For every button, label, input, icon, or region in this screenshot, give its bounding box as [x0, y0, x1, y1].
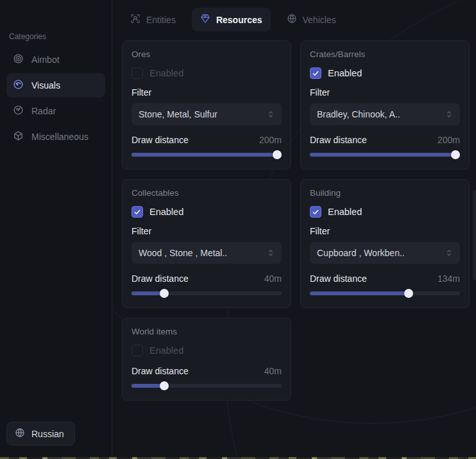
filter-label: Filter [310, 226, 460, 236]
sidebar: Categories Aimbot Visuals [0, 0, 112, 457]
enabled-label: Enabled [149, 207, 183, 217]
tab-entities[interactable]: Entities [122, 8, 184, 31]
filter-label: Filter [132, 226, 282, 236]
enabled-label: Enabled [149, 68, 183, 78]
filter-label: Filter [132, 87, 282, 98]
filter-select-value: Wood , Stone , Metal.. [139, 248, 227, 258]
tab-resources[interactable]: Resources [192, 8, 271, 31]
cards-grid: Ores Enabled Filter Stone, Metal, Sulfur… [122, 40, 476, 401]
resources-icon [200, 13, 210, 26]
radar-icon [13, 105, 24, 117]
slider-thumb[interactable] [160, 381, 169, 390]
card-title: Ores [132, 49, 282, 59]
draw-distance-label: Draw distance [310, 273, 367, 284]
enabled-checkbox-row[interactable]: Enabled [132, 67, 282, 79]
card-building: Building Enabled Filter Cupboard , Workb… [300, 179, 470, 308]
target-icon [13, 53, 24, 66]
slider-thumb[interactable] [451, 150, 460, 159]
draw-distance-label: Draw distance [132, 135, 189, 145]
categories-label: Categories [9, 32, 105, 41]
cutoff-card-sliver [473, 190, 476, 280]
slider-thumb[interactable] [160, 289, 169, 298]
card-title: Collectables [132, 188, 282, 198]
filter-select-value: Bradley, Chinook, A.. [317, 109, 400, 119]
sidebar-item-label: Radar [31, 106, 56, 116]
chevron-up-down-icon [267, 249, 275, 257]
draw-distance-slider[interactable] [132, 150, 282, 159]
draw-distance-slider[interactable] [132, 289, 282, 298]
enabled-checkbox-row[interactable]: Enabled [132, 345, 282, 356]
slider-thumb[interactable] [404, 289, 413, 298]
slider-fill [132, 384, 162, 388]
tab-label: Vehicles [303, 15, 336, 25]
sidebar-item-radar[interactable]: Radar [6, 99, 105, 123]
card-collectables: Collectables Enabled Filter Wood , Stone… [122, 179, 291, 308]
main-panel: Entities Resources Vehicles [112, 0, 476, 457]
chevron-up-down-icon [445, 249, 453, 257]
tab-label: Resources [216, 15, 262, 25]
checkbox [132, 67, 143, 79]
sidebar-item-label: Miscellaneous [31, 132, 89, 142]
checkbox [132, 206, 143, 218]
language-button-label: Russian [31, 429, 64, 439]
enabled-checkbox-row[interactable]: Enabled [310, 67, 460, 79]
tab-vehicles[interactable]: Vehicles [278, 8, 344, 31]
card-world-items: World items Enabled Draw distance 40m [122, 318, 291, 401]
sidebar-item-aimbot[interactable]: Aimbot [6, 48, 105, 72]
filter-select-value: Stone, Metal, Sulfur [139, 109, 217, 119]
slider-fill [132, 291, 162, 295]
sidebar-item-label: Visuals [31, 80, 60, 91]
draw-distance-slider[interactable] [132, 381, 282, 390]
draw-distance-label: Draw distance [310, 135, 367, 145]
filter-select[interactable]: Cupboard , Workben.. [310, 242, 460, 264]
globe-icon [15, 428, 25, 440]
draw-distance-value: 134m [438, 273, 460, 284]
globe-icon [287, 13, 297, 26]
filter-select[interactable]: Bradley, Chinook, A.. [310, 103, 460, 125]
draw-distance-value: 200m [259, 135, 282, 145]
draw-distance-label: Draw distance [132, 366, 189, 376]
person-scan-icon [130, 13, 140, 26]
chevron-up-down-icon [267, 110, 275, 118]
slider-fill [132, 153, 282, 157]
card-title: Building [310, 188, 460, 198]
sidebar-item-miscellaneous[interactable]: Miscellaneous [6, 125, 105, 149]
enabled-checkbox-row[interactable]: Enabled [132, 206, 282, 218]
enabled-label: Enabled [328, 68, 362, 78]
cube-icon [13, 130, 24, 143]
enabled-label: Enabled [149, 345, 183, 356]
filter-select[interactable]: Stone, Metal, Sulfur [132, 103, 282, 125]
language-button[interactable]: Russian [6, 422, 75, 446]
enabled-label: Enabled [328, 207, 362, 217]
chevron-up-down-icon [445, 110, 453, 118]
draw-distance-label: Draw distance [132, 273, 189, 284]
card-title: Crates/Barrels [310, 49, 460, 59]
draw-distance-value: 40m [264, 366, 282, 376]
enabled-checkbox-row[interactable]: Enabled [310, 206, 460, 218]
card-ores: Ores Enabled Filter Stone, Metal, Sulfur… [122, 40, 291, 169]
filter-select-value: Cupboard , Workben.. [317, 248, 405, 258]
filter-label: Filter [310, 87, 460, 98]
cheat-menu-window: Categories Aimbot Visuals [0, 0, 476, 457]
checkbox [310, 206, 321, 218]
tab-bar: Entities Resources Vehicles [122, 8, 476, 31]
draw-distance-value: 200m [438, 135, 460, 145]
tab-label: Entities [146, 15, 176, 25]
sidebar-item-visuals[interactable]: Visuals [6, 73, 105, 98]
eye-icon [13, 79, 24, 92]
sidebar-item-label: Aimbot [31, 55, 60, 65]
slider-fill [310, 291, 411, 295]
slider-thumb[interactable] [273, 150, 282, 159]
card-crates-barrels: Crates/Barrels Enabled Filter Bradley, C… [300, 40, 470, 169]
draw-distance-value: 40m [264, 273, 282, 284]
card-title: World items [132, 327, 282, 336]
checkbox [132, 345, 143, 356]
checkbox [310, 67, 321, 79]
draw-distance-slider[interactable] [310, 289, 460, 298]
slider-fill [310, 153, 460, 157]
draw-distance-slider[interactable] [310, 150, 460, 159]
filter-select[interactable]: Wood , Stone , Metal.. [132, 242, 282, 264]
